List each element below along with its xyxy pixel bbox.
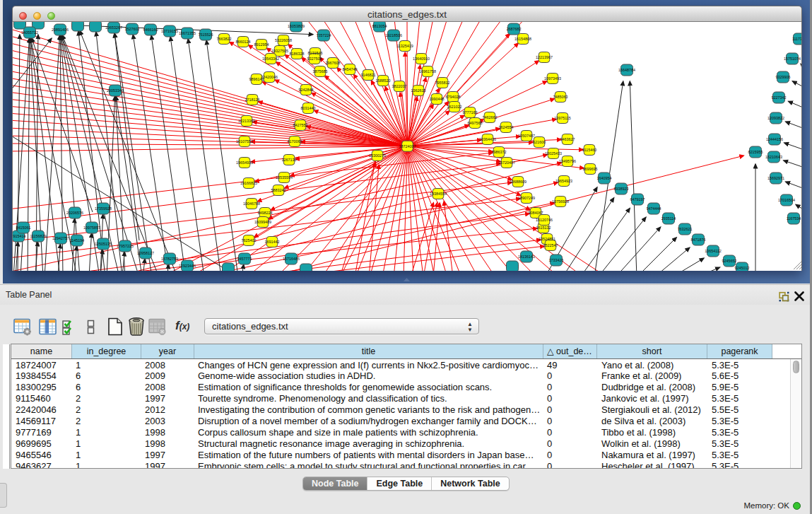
- svg-text:53226058: 53226058: [275, 38, 292, 42]
- svg-text:1621022: 1621022: [447, 105, 462, 109]
- svg-text:8912954: 8912954: [254, 42, 269, 47]
- svg-text:5883242: 5883242: [271, 188, 286, 192]
- svg-text:16053809: 16053809: [288, 24, 305, 28]
- svg-text:3875685: 3875685: [313, 69, 328, 74]
- svg-text:6794028: 6794028: [446, 95, 461, 99]
- svg-text:2718126: 2718126: [245, 98, 260, 102]
- svg-text:9463627: 9463627: [560, 137, 575, 141]
- svg-text:2935114: 2935114: [661, 216, 676, 221]
- svg-text:16671355: 16671355: [179, 31, 196, 35]
- svg-text:15692971: 15692971: [767, 176, 784, 180]
- svg-text:8186328: 8186328: [290, 52, 305, 56]
- svg-text:1588520: 1588520: [376, 78, 391, 83]
- svg-text:9777169: 9777169: [463, 110, 478, 115]
- svg-text:1362615: 1362615: [411, 88, 426, 93]
- svg-text:7625402: 7625402: [242, 238, 257, 243]
- svg-text:1117364: 1117364: [792, 37, 802, 41]
- svg-text:9115460: 9115460: [582, 148, 597, 152]
- svg-text:15720407: 15720407: [498, 160, 515, 165]
- svg-text:6466160: 6466160: [143, 28, 158, 32]
- svg-text:12444156: 12444156: [766, 137, 783, 141]
- svg-text:10507487: 10507487: [518, 134, 535, 138]
- svg-text:3822037: 3822037: [392, 84, 407, 88]
- svg-text:20891406: 20891406: [52, 28, 69, 32]
- svg-text:6497568: 6497568: [468, 121, 483, 125]
- svg-text:8813054: 8813054: [372, 24, 387, 28]
- svg-text:8938923: 8938923: [614, 187, 629, 191]
- svg-text:2687682: 2687682: [507, 27, 522, 31]
- svg-text:11325419: 11325419: [396, 44, 413, 48]
- svg-text:10958127: 10958127: [137, 251, 154, 255]
- svg-text:20364436: 20364436: [479, 137, 496, 141]
- svg-text:10046788: 10046788: [243, 201, 260, 206]
- svg-text:12942757: 12942757: [52, 236, 69, 240]
- svg-text:1990448: 1990448: [430, 97, 445, 101]
- svg-text:10025433: 10025433: [545, 151, 562, 156]
- svg-text:18724007: 18724007: [399, 144, 416, 148]
- svg-text:9242848: 9242848: [299, 88, 314, 92]
- svg-text:10654112: 10654112: [705, 249, 722, 253]
- svg-text:16648784: 16648784: [618, 68, 635, 72]
- svg-text:13975115: 13975115: [554, 116, 571, 120]
- svg-text:2967608: 2967608: [326, 61, 341, 65]
- svg-text:19327505: 19327505: [271, 49, 288, 53]
- svg-text:16210643: 16210643: [765, 155, 782, 159]
- svg-text:13535594: 13535594: [276, 175, 293, 180]
- svg-text:8471876: 8471876: [691, 238, 706, 242]
- svg-text:19654923: 19654923: [555, 179, 572, 183]
- svg-text:8427552: 8427552: [293, 123, 308, 127]
- svg-text:7955812: 7955812: [435, 81, 450, 85]
- svg-text:1527602: 1527602: [125, 27, 140, 31]
- svg-text:17359928: 17359928: [95, 206, 112, 211]
- svg-text:12213369: 12213369: [238, 119, 255, 123]
- svg-text:15716485: 15716485: [283, 257, 300, 261]
- svg-text:9699695: 9699695: [583, 167, 598, 171]
- svg-text:13524851: 13524851: [539, 237, 555, 241]
- svg-text:12093822: 12093822: [767, 116, 784, 120]
- svg-text:12505135: 12505135: [95, 242, 112, 246]
- svg-text:8415061: 8415061: [16, 226, 31, 230]
- svg-text:10543342: 10543342: [262, 57, 279, 61]
- svg-text:7632621: 7632621: [678, 227, 693, 231]
- svg-text:8215955: 8215955: [748, 150, 763, 154]
- svg-text:9498224: 9498224: [258, 211, 273, 215]
- svg-text:9329906: 9329906: [776, 75, 791, 79]
- svg-text:10653267: 10653267: [105, 25, 122, 30]
- svg-text:20053346: 20053346: [107, 88, 124, 93]
- svg-text:15751074: 15751074: [784, 57, 801, 61]
- svg-text:18907249: 18907249: [518, 196, 535, 200]
- svg-text:19654935: 19654935: [236, 160, 253, 165]
- svg-text:2522547: 2522547: [543, 243, 558, 247]
- svg-text:9474444: 9474444: [647, 206, 661, 211]
- svg-text:7485063: 7485063: [553, 95, 568, 99]
- svg-text:10688609: 10688609: [510, 180, 526, 184]
- svg-text:9245012: 9245012: [735, 266, 750, 270]
- svg-text:8660124: 8660124: [236, 40, 251, 44]
- svg-text:12923446: 12923446: [179, 264, 196, 268]
- svg-text:10719155: 10719155: [161, 29, 178, 33]
- svg-text:16782759: 16782759: [161, 257, 178, 261]
- svg-text:1145194: 1145194: [70, 238, 85, 243]
- svg-text:3624554: 3624554: [499, 125, 514, 129]
- svg-text:10756928: 10756928: [552, 199, 569, 204]
- svg-text:8031440: 8031440: [301, 106, 316, 110]
- svg-text:8454749: 8454749: [343, 67, 358, 71]
- svg-text:12213967: 12213967: [536, 55, 553, 59]
- svg-text:1733426: 1733426: [549, 258, 564, 262]
- svg-text:1640954: 1640954: [597, 176, 612, 180]
- svg-text:13495796: 13495796: [559, 159, 576, 163]
- svg-text:7986372: 7986372: [492, 150, 507, 154]
- svg-text:3267130: 3267130: [282, 158, 297, 162]
- svg-text:9457771: 9457771: [237, 257, 252, 261]
- svg-text:9227342: 9227342: [772, 95, 787, 100]
- svg-text:7462662: 7462662: [483, 115, 498, 119]
- svg-text:1615132: 1615132: [536, 226, 551, 230]
- svg-text:19218506: 19218506: [385, 33, 402, 37]
- svg-text:15300275: 15300275: [369, 153, 386, 158]
- svg-text:16961758: 16961758: [419, 69, 436, 74]
- svg-text:7357224: 7357224: [317, 33, 331, 37]
- svg-text:7515526: 7515526: [199, 33, 213, 37]
- svg-text:1167534: 1167534: [787, 216, 801, 221]
- svg-text:16120746: 16120746: [536, 218, 553, 222]
- svg-text:6479197: 6479197: [630, 197, 645, 201]
